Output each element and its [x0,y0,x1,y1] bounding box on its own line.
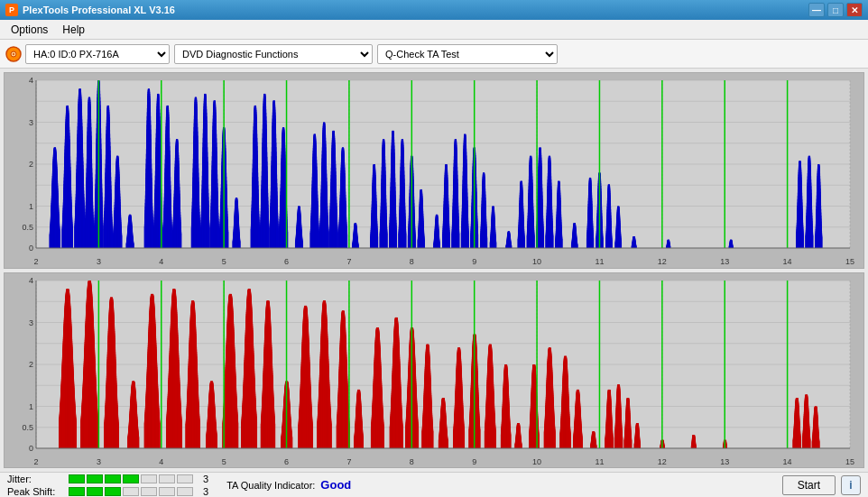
menu-help[interactable]: Help [55,22,92,38]
top-chart-panel [4,72,864,269]
device-select[interactable]: HA:0 ID:0 PX-716A [25,44,170,64]
jitter-progress [69,474,193,483]
title-bar: P PlexTools Professional XL V3.16 — □ ✕ [0,0,868,20]
minimize-button[interactable]: — [808,3,825,17]
toolbar: HA:0 ID:0 PX-716A DVD Diagnostic Functio… [0,40,868,69]
jitter-label: Jitter: [7,474,61,484]
function-select[interactable]: DVD Diagnostic Functions [174,44,373,64]
progress-segment [87,474,103,483]
action-buttons: Start i [782,475,861,495]
status-panel: Jitter: 3 Peak Shift: 3 TA Quality Indic… [0,472,868,497]
progress-segment [123,474,139,483]
progress-segment [141,474,157,483]
progress-segment [87,487,103,496]
top-chart-canvas [5,73,863,268]
info-button[interactable]: i [841,475,861,495]
test-select[interactable]: Q-Check TA Test [377,44,558,64]
peakshift-progress [69,487,193,496]
menu-bar: Options Help [0,20,868,40]
progress-segment [105,474,121,483]
menu-options[interactable]: Options [4,22,55,38]
progress-segment [159,474,175,483]
progress-segment [123,487,139,496]
peakshift-section: Peak Shift: 3 [7,486,208,497]
svg-point-2 [13,53,14,55]
ta-quality-value: Good [320,478,351,492]
close-button[interactable]: ✕ [846,3,863,17]
progress-segment [69,487,85,496]
ta-quality-section: TA Quality Indicator: Good [226,478,351,492]
progress-segment [141,487,157,496]
ta-quality-label: TA Quality Indicator: [226,480,315,491]
device-icon [5,45,23,63]
maximize-button[interactable]: □ [827,3,844,17]
jitter-peak-section: Jitter: 3 Peak Shift: 3 [7,474,208,497]
bottom-chart-panel [4,272,864,469]
progress-segment [159,487,175,496]
charts-area [0,69,868,472]
peakshift-label: Peak Shift: [7,486,61,497]
progress-segment [105,487,121,496]
peakshift-value: 3 [203,486,208,497]
bottom-chart-canvas [5,273,863,468]
jitter-value: 3 [203,474,208,484]
progress-segment [177,487,193,496]
app-title: PlexTools Professional XL V3.16 [23,5,175,15]
start-button[interactable]: Start [782,475,836,495]
progress-segment [177,474,193,483]
jitter-section: Jitter: 3 [7,474,208,484]
progress-segment [69,474,85,483]
app-icon: P [5,4,18,16]
